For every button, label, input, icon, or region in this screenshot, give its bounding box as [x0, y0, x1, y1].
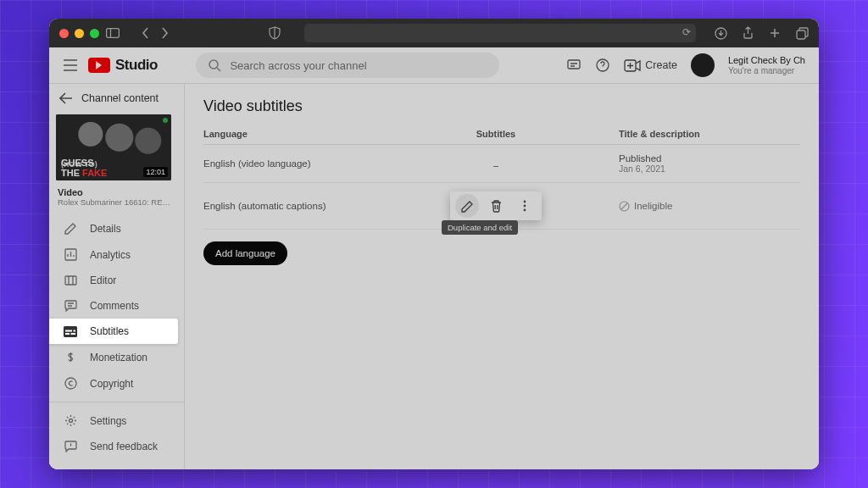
trash-icon — [491, 200, 502, 213]
row-titledesc: Ineligible — [619, 201, 800, 212]
delete-button[interactable] — [484, 194, 508, 218]
account-block[interactable]: Legit Check By Ch You're a manager — [728, 55, 805, 75]
main-content: Video subtitles Language Subtitles Title… — [185, 84, 819, 469]
sidebar-item-comments[interactable]: Comments — [49, 293, 184, 319]
sidebar-item-subtitles[interactable]: Subtitles — [49, 319, 178, 344]
sidebar-item-label: Comments — [90, 300, 139, 312]
app-header: Studio Create Legit Check By Ch — [49, 47, 819, 84]
browser-titlebar: ⟳ — [49, 19, 819, 47]
maximize-window[interactable] — [90, 29, 99, 38]
sidebar-item-label: Subtitles — [90, 325, 129, 337]
sidebar-item-editor[interactable]: Editor — [49, 268, 184, 293]
row-language: English (automatic captions) — [203, 201, 373, 211]
privacy-shield-icon[interactable] — [269, 26, 281, 40]
row-subtitles: Duplicate and edit — [373, 191, 619, 220]
table-header: Language Subtitles Title & description — [203, 129, 800, 145]
sidebar-item-label: Monetization — [90, 352, 147, 363]
help-icon[interactable] — [595, 58, 610, 73]
sidebar: Channel content (HOW TO) GUESSTHE FAKE 1… — [49, 84, 185, 469]
traffic-lights — [59, 29, 99, 38]
duplicate-edit-button[interactable] — [455, 194, 479, 218]
subtitles-icon — [63, 326, 78, 337]
account-avatar[interactable] — [691, 53, 715, 77]
ineligible-label: Ineligible — [634, 201, 672, 211]
svg-rect-11 — [65, 333, 70, 335]
status-dot — [163, 118, 168, 123]
status-date: Jan 6, 2021 — [619, 164, 800, 174]
row-titledesc: Published Jan 6, 2021 — [619, 153, 800, 174]
back-icon[interactable] — [59, 92, 73, 104]
ineligible-icon — [619, 201, 630, 212]
svg-rect-9 — [65, 276, 76, 285]
sidebar-item-settings[interactable]: Settings — [49, 408, 184, 434]
video-section-label: Video — [58, 187, 175, 197]
status-label: Published — [619, 153, 800, 164]
close-window[interactable] — [59, 29, 69, 38]
svg-point-17 — [524, 201, 526, 203]
video-title: Rolex Submariner 16610: REAL vs F... — [58, 197, 175, 207]
column-subtitles: Subtitles — [373, 129, 619, 139]
youtube-icon — [88, 58, 110, 73]
reload-icon[interactable]: ⟳ — [682, 26, 691, 38]
downloads-icon[interactable] — [715, 26, 727, 40]
minimize-window[interactable] — [75, 29, 84, 38]
hamburger-icon[interactable] — [63, 59, 78, 71]
account-role: You're a manager — [728, 66, 805, 75]
sidebar-item-label: Settings — [90, 415, 126, 427]
svg-point-16 — [69, 419, 72, 423]
svg-rect-13 — [65, 330, 72, 331]
sidebar-item-monetization[interactable]: Monetization — [49, 344, 184, 370]
youtube-studio-app: Studio Create Legit Check By Ch — [49, 47, 819, 469]
thumb-title: GUESSTHE FAKE — [61, 158, 107, 178]
row-language: English (video language) — [203, 158, 373, 169]
channel-content-title: Channel content — [81, 92, 159, 104]
svg-rect-5 — [568, 60, 580, 69]
search-bar[interactable] — [196, 53, 499, 78]
feedback-icon — [63, 441, 78, 452]
gear-icon — [63, 414, 78, 427]
svg-rect-3 — [797, 30, 805, 39]
sidebar-item-copyright[interactable]: Copyright — [49, 370, 184, 396]
svg-point-18 — [524, 205, 526, 208]
sidebar-item-label: Copyright — [90, 378, 133, 390]
new-tab-icon[interactable] — [769, 26, 781, 40]
more-vert-icon — [523, 200, 526, 212]
create-button[interactable]: Create — [624, 59, 677, 72]
pencil-icon — [461, 200, 474, 213]
more-options-button[interactable] — [513, 194, 537, 218]
sidebar-item-details[interactable]: Details — [49, 215, 184, 241]
sidebar-item-feedback[interactable]: Send feedback — [49, 434, 184, 459]
tooltip: Duplicate and edit — [442, 220, 518, 235]
nav-back-icon[interactable] — [142, 27, 149, 39]
row-subtitles — [373, 158, 619, 169]
subtitles-table: Language Subtitles Title & description E… — [203, 129, 800, 230]
svg-rect-12 — [71, 333, 76, 335]
create-icon — [624, 59, 641, 72]
svg-point-19 — [524, 209, 526, 212]
help-chat-icon[interactable] — [566, 58, 581, 73]
actions-popover: Duplicate and edit — [450, 191, 542, 220]
tabs-icon[interactable] — [796, 26, 809, 40]
sidebar-toggle-icon[interactable] — [106, 28, 120, 38]
sidebar-item-label: Editor — [90, 274, 116, 286]
sidebar-item-label: Send feedback — [90, 441, 158, 452]
nav-separator — [49, 402, 184, 402]
table-row[interactable]: English (video language) Published Jan 6… — [203, 145, 800, 183]
table-row[interactable]: English (automatic captions) — [203, 183, 800, 230]
svg-point-15 — [65, 378, 76, 389]
column-title-desc: Title & description — [619, 129, 800, 139]
nav-forward-icon[interactable] — [161, 27, 169, 39]
search-input[interactable] — [230, 59, 487, 72]
share-icon[interactable] — [743, 26, 754, 40]
add-language-button[interactable]: Add language — [203, 241, 287, 265]
monetization-icon — [63, 351, 78, 363]
pencil-icon — [63, 222, 78, 235]
column-language: Language — [203, 129, 373, 139]
video-thumbnail[interactable]: (HOW TO) GUESSTHE FAKE 12:01 — [56, 114, 171, 180]
thumb-duration: 12:01 — [143, 167, 168, 177]
sidebar-item-label: Details — [90, 223, 121, 235]
analytics-icon — [63, 248, 78, 261]
studio-logo[interactable]: Studio — [88, 57, 158, 74]
sidebar-item-analytics[interactable]: Analytics — [49, 241, 184, 268]
address-bar[interactable]: ⟳ — [304, 24, 696, 42]
